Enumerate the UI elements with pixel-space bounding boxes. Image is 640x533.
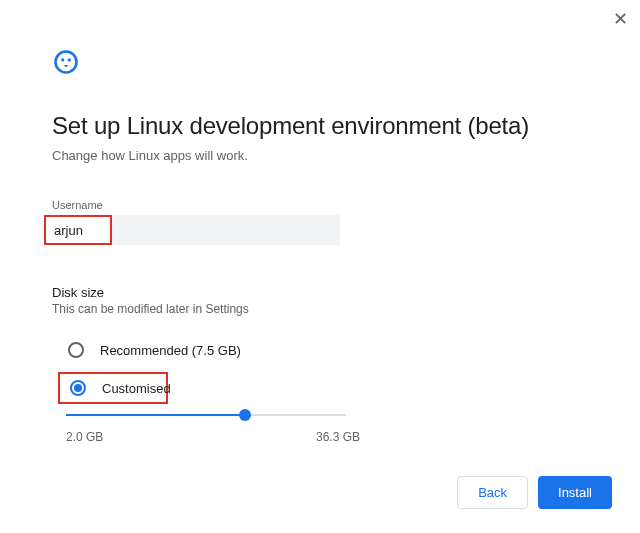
penguin-icon [52,48,80,76]
install-button[interactable]: Install [538,476,612,509]
slider-thumb[interactable] [239,409,251,421]
back-button[interactable]: Back [457,476,528,509]
radio-customised-label: Customised [102,381,171,396]
disksize-slider[interactable] [66,414,346,416]
svg-point-1 [61,58,64,61]
close-button[interactable]: ✕ [613,8,628,30]
radio-recommended[interactable]: Recommended (7.5 GB) [58,336,588,364]
slider-min-label: 2.0 GB [66,430,103,444]
disksize-radio-group: Recommended (7.5 GB) Customised [52,336,588,404]
username-row: arjun [52,215,588,245]
radio-recommended-label: Recommended (7.5 GB) [100,343,241,358]
slider-max-label: 36.3 GB [316,430,360,444]
svg-point-2 [68,58,71,61]
disksize-subtitle: This can be modified later in Settings [52,302,588,316]
radio-customised[interactable]: Customised [58,372,168,404]
username-value-highlight: arjun [44,215,112,245]
dialog-content: Set up Linux development environment (be… [0,0,640,444]
slider-fill [66,414,245,416]
dialog-title: Set up Linux development environment (be… [52,112,588,140]
radio-icon [68,342,84,358]
username-label: Username [52,199,588,211]
dialog-footer: Back Install [457,476,612,509]
disksize-title: Disk size [52,285,588,300]
disksize-section: Disk size This can be modified later in … [52,285,588,444]
dialog-subtitle: Change how Linux apps will work. [52,148,588,163]
svg-point-0 [56,52,77,73]
slider-labels: 2.0 GB 36.3 GB [66,430,360,444]
disksize-slider-wrap: 2.0 GB 36.3 GB [52,414,588,444]
username-section: Username arjun [52,199,588,245]
username-input[interactable] [112,215,340,245]
radio-icon [70,380,86,396]
